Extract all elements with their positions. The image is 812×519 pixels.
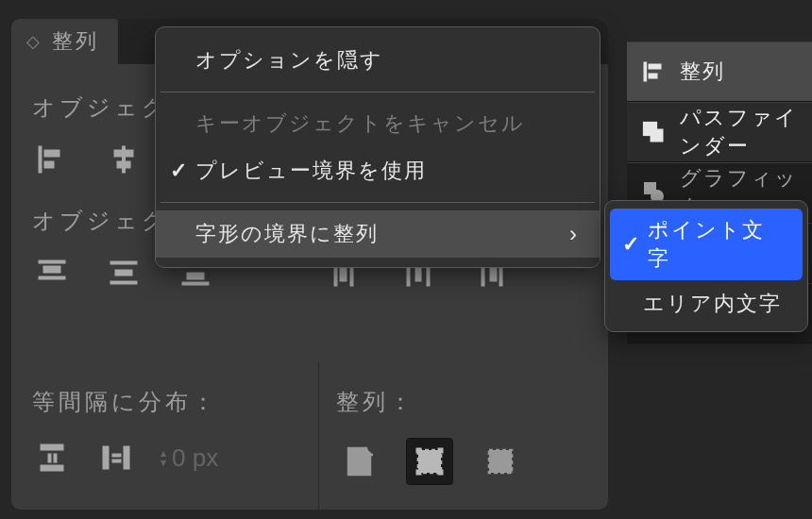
align-center-h-icon[interactable] [104,140,144,179]
checkmark-icon: ✓ [169,159,190,183]
svg-rect-13 [187,273,204,279]
align-to-selection-icon[interactable] [406,438,453,485]
drag-handle-icon: ◇ [26,33,42,50]
svg-rect-40 [649,64,661,69]
menu-item-label: プレビュー境界を使用 [195,157,427,185]
align-panel-icon [640,59,667,85]
svg-rect-26 [54,454,57,462]
panel-flyout-menu: オプションを隠す キーオブジェクトをキャンセル ✓ プレビュー境界を使用 字形の… [155,26,601,268]
spacing-value: 0 px [172,444,218,473]
menu-item-label: オプションを隠す [195,46,383,75]
submenu-arrow-icon: › [569,221,579,247]
menu-item-cancel-key-object: キーオブジェクトをキャンセル [156,100,600,147]
section-label-distribute-spacing: 等間隔に分布： [32,387,297,417]
svg-rect-8 [39,276,65,279]
menu-item-align-to-glyph-bounds[interactable]: 字形の境界に整列 › [156,210,600,258]
svg-rect-25 [48,454,51,462]
align-to-key-object-icon[interactable] [478,439,523,484]
svg-rect-29 [112,454,121,457]
right-panel-label: 整列 [680,58,725,86]
svg-rect-2 [44,161,54,168]
svg-rect-7 [43,266,60,273]
svg-rect-4 [114,150,133,157]
distribute-top-icon[interactable] [32,253,72,293]
svg-rect-36 [438,470,443,475]
panel-bottom-row: 等間隔に分布： ▴▾ 0 px 整列： [11,362,608,510]
svg-rect-31 [124,446,129,469]
distribute-spacing-h-icon[interactable] [96,438,136,477]
distribute-spacing-v-icon[interactable] [32,438,72,477]
svg-rect-30 [112,460,121,462]
svg-rect-9 [110,261,137,264]
right-panel-item-pathfinder[interactable]: パスファインダー [627,102,812,162]
menu-item-label: 字形の境界に整列 [195,220,379,248]
stepper-arrows-icon[interactable]: ▴▾ [161,448,166,467]
align-left-icon[interactable] [32,140,72,179]
svg-rect-33 [416,448,421,453]
svg-rect-0 [39,146,42,173]
distribute-center-v-icon[interactable] [104,253,144,293]
right-panel-item-align[interactable]: 整列 [627,42,812,102]
checkmark-icon: ✓ [621,232,642,257]
svg-rect-28 [103,446,109,469]
section-label-align-to: 整列： [336,387,591,417]
svg-rect-24 [41,444,63,450]
spacing-input[interactable]: ▴▾ 0 px [161,444,218,473]
svg-rect-5 [117,161,130,168]
menu-item-use-preview-bounds[interactable]: ✓ プレビュー境界を使用 [156,147,600,194]
svg-rect-6 [39,260,65,263]
pathfinder-panel-icon [640,119,667,145]
svg-rect-35 [416,470,421,475]
svg-rect-39 [644,62,647,81]
menu-separator [161,202,595,203]
panel-tab-align[interactable]: ◇ 整列 [11,19,118,64]
svg-rect-32 [418,450,441,473]
svg-rect-34 [438,448,443,453]
submenu-item-point-text[interactable]: ✓ ポイント文字 [610,209,803,280]
submenu-item-label: エリア内文字 [643,290,782,318]
svg-rect-1 [44,150,59,157]
menu-item-hide-options[interactable]: オプションを隠す [156,37,600,84]
panel-tab-label: 整列 [52,27,99,56]
menu-separator [161,92,595,92]
menu-item-label: キーオブジェクトをキャンセル [195,109,525,138]
svg-rect-14 [182,282,209,285]
glyph-bounds-submenu: ✓ ポイント文字 エリア内文字 [604,200,808,332]
svg-rect-27 [41,465,63,471]
align-to-artboard-icon[interactable] [336,439,381,484]
svg-rect-41 [649,74,657,78]
svg-rect-43 [651,129,663,142]
svg-rect-10 [115,270,132,276]
right-panel-label: パスファインダー [680,104,799,160]
svg-rect-11 [110,281,137,284]
submenu-item-label: ポイント文字 [648,216,786,273]
submenu-item-area-text[interactable]: エリア内文字 [605,282,807,326]
